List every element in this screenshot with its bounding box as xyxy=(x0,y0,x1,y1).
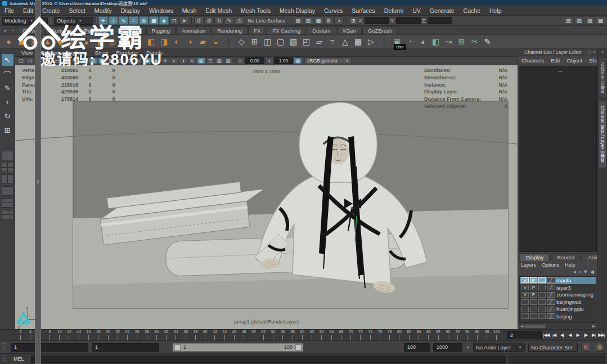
timeline-tick[interactable]: 68 xyxy=(336,330,346,340)
timeline-tick[interactable]: 70 xyxy=(346,330,356,340)
layer-visibility-toggle[interactable]: V xyxy=(521,292,529,298)
animation-end-field[interactable]: 1000 xyxy=(433,343,462,352)
create-empty-layer-icon[interactable]: ▼ xyxy=(583,269,588,276)
timeline-tick[interactable]: 98 xyxy=(482,330,492,340)
range-start-handle[interactable] xyxy=(174,344,181,350)
menu-item[interactable]: Windows xyxy=(145,7,178,14)
shelf-tab[interactable]: Animation xyxy=(176,26,211,34)
close-icon[interactable]: × xyxy=(601,50,604,55)
poly-soccer-icon[interactable]: ◐ xyxy=(170,35,183,47)
layer-row[interactable]: ╱ beijing xyxy=(520,313,596,320)
sidebar-vertical-tab[interactable]: Channel Box / Layer Editor xyxy=(599,101,606,168)
channel-box-menu-item[interactable]: Object xyxy=(564,57,586,64)
gate-mask-icon[interactable]: ▣ xyxy=(98,57,106,64)
multisample-icon[interactable]: ◎ xyxy=(197,57,205,64)
timeline-tick[interactable]: 64 xyxy=(317,330,326,340)
shaded-icon[interactable]: ◆ xyxy=(143,57,151,64)
panel-menu-item[interactable]: View xyxy=(17,50,37,56)
isolate-select-icon[interactable]: ⊡ xyxy=(206,57,214,64)
timeline-tick[interactable]: 100 xyxy=(492,330,501,340)
gamma-icon[interactable]: ◗ xyxy=(265,57,273,64)
symmetry-icon[interactable]: ✛ xyxy=(98,16,108,25)
shelf-minimize-icon[interactable]: − xyxy=(9,27,17,34)
xray-icon[interactable]: ▥ xyxy=(215,57,223,64)
exposure-icon[interactable]: ☼ xyxy=(236,57,245,64)
rotate-tool[interactable]: ↻ xyxy=(2,110,14,122)
scroll-left-icon[interactable]: ◀ xyxy=(519,324,524,329)
layout-three-pane-left-button[interactable] xyxy=(2,198,14,208)
z-input[interactable] xyxy=(428,17,452,24)
layer-visibility-toggle[interactable] xyxy=(521,313,529,319)
xray-joints-icon[interactable]: ▧ xyxy=(224,57,232,64)
paint-select-tool[interactable]: ✎ xyxy=(2,82,14,94)
poly-cylinder-icon[interactable]: ▮ xyxy=(93,35,106,47)
timeline-tick[interactable]: 46 xyxy=(230,330,239,340)
timeline-tick[interactable]: 40 xyxy=(200,330,210,340)
layer-playback-toggle[interactable]: P xyxy=(530,285,537,290)
2d-pan-zoom-icon[interactable]: ⊞ xyxy=(62,57,70,64)
shelf-tab[interactable]: Rigging xyxy=(146,26,176,34)
poly-pyramid-icon[interactable]: ▴ xyxy=(80,35,93,47)
timeline-tick[interactable]: 18 xyxy=(93,330,103,340)
layer-editor-menu-item[interactable]: Help xyxy=(562,262,578,268)
snap-curve-icon[interactable]: ∿ xyxy=(119,16,128,25)
layer-playback-toggle[interactable] xyxy=(530,307,537,312)
poly-gear-icon[interactable]: ▰ xyxy=(196,35,209,47)
panel-menu-item[interactable]: Show xyxy=(91,50,113,56)
animation-start-field[interactable]: 1 xyxy=(11,343,88,352)
layer-display-type-toggle[interactable] xyxy=(538,285,546,290)
menu-item[interactable]: Create xyxy=(38,7,65,14)
menu-item[interactable]: Deform xyxy=(380,7,408,14)
shelf-tab[interactable]: Polygons xyxy=(79,26,112,34)
play-forwards-button[interactable]: ▶ xyxy=(574,332,582,338)
image-plane-icon[interactable]: ▭ xyxy=(53,57,61,64)
sep2[interactable]: | xyxy=(377,35,390,47)
timeline-tick[interactable]: 86 xyxy=(424,330,433,340)
layer-display-type-toggle[interactable] xyxy=(538,313,546,319)
layer-display-type-toggle[interactable] xyxy=(538,277,546,283)
make-live-icon[interactable]: ◈ xyxy=(159,16,169,25)
layer-visibility-toggle[interactable] xyxy=(521,299,529,305)
layout-three-pane-right-button[interactable] xyxy=(2,210,14,219)
character-set-dropdown[interactable]: No Character Set xyxy=(528,343,578,352)
timeline-tick[interactable]: 22 xyxy=(113,330,123,340)
step-back-frame-button[interactable]: |◀ xyxy=(550,332,558,338)
menu-item[interactable]: Generate xyxy=(425,7,459,14)
construction-history-icon[interactable]: ↺ xyxy=(194,16,204,25)
extrude-icon[interactable]: ▢ xyxy=(274,35,287,47)
range-slider[interactable]: 1 100 xyxy=(173,343,303,352)
snap-point-icon[interactable]: ∴ xyxy=(129,16,138,25)
timeline-tick[interactable]: 72 xyxy=(356,330,365,340)
viewport-canvas[interactable]: xyz 1920 x 1080 Verts: 218065 0 0 Edges:… xyxy=(15,65,518,329)
timeline-ticks[interactable]: 2 4 6 8 10 12 14 xyxy=(0,330,505,340)
shelf-tab[interactable]: XGen xyxy=(337,26,362,34)
shelf-tab[interactable]: Sculpting xyxy=(113,26,146,34)
gamma-field[interactable]: 1.00 xyxy=(274,57,293,64)
bevel-icon[interactable]: ▨ xyxy=(287,35,300,47)
timeline-tick[interactable]: 10 xyxy=(55,330,64,340)
exposure-field[interactable]: 0.00 xyxy=(245,57,264,64)
layer-row[interactable]: V P ╱ layer3 xyxy=(520,284,596,291)
layer-editor-tab[interactable]: Render xyxy=(551,253,581,261)
snap-grid-icon[interactable]: ⊹ xyxy=(109,16,118,25)
shelf-tab[interactable]: GoZBrush xyxy=(362,26,398,34)
multi-cut-icon[interactable]: ▱ xyxy=(313,35,326,47)
timeline-tick[interactable]: 88 xyxy=(433,330,443,340)
layout-two-pane-stacked-button[interactable] xyxy=(2,186,14,196)
menu-item[interactable]: Surfaces xyxy=(347,7,379,14)
timeline-tick[interactable]: 2 xyxy=(16,330,25,340)
timeline-tick[interactable]: 84 xyxy=(414,330,424,340)
shelf-tab[interactable]: Custom xyxy=(307,26,336,34)
lock-icon[interactable]: ⊓ xyxy=(169,16,179,25)
timeline-tick[interactable]: 4 xyxy=(25,330,35,340)
timeline-tick[interactable]: 50 xyxy=(249,330,258,340)
range-bar-handle[interactable] xyxy=(3,343,6,351)
timeline-tick[interactable]: 54 xyxy=(268,330,278,340)
command-input[interactable] xyxy=(31,356,506,363)
recent-commands-icon[interactable]: ◷ xyxy=(235,16,244,25)
timeline-tick[interactable]: 56 xyxy=(278,330,287,340)
timeline-tick[interactable]: 82 xyxy=(404,330,414,340)
timeline-tick[interactable]: 28 xyxy=(142,330,151,340)
combine-icon[interactable]: ◇ xyxy=(235,35,248,47)
timeline-tick[interactable]: 8 xyxy=(45,330,55,340)
